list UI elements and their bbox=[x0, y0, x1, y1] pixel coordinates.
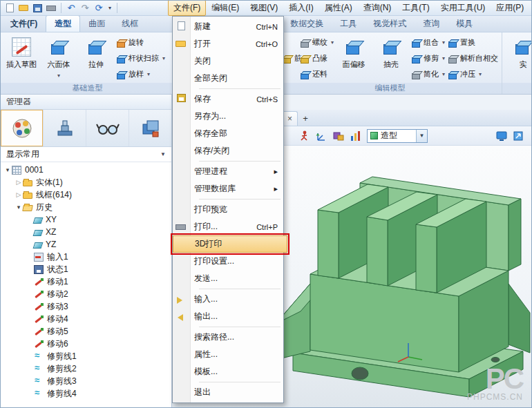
ribbon-small-button[interactable]: 修剪 bbox=[411, 52, 445, 66]
tree-item[interactable]: 输入1 bbox=[1, 251, 171, 263]
file-menu-item[interactable]: 保存全部 bbox=[173, 125, 283, 142]
ribbon-big-button[interactable]: 插入草图 bbox=[3, 34, 40, 83]
tree-item[interactable]: 修剪线3 bbox=[1, 375, 171, 387]
ribbon-tab[interactable]: 曲面 bbox=[80, 16, 113, 32]
file-menu-item[interactable]: 发送... bbox=[173, 270, 283, 287]
file-menu-item[interactable]: 3D打印 bbox=[173, 235, 287, 253]
tree-item[interactable]: XZ bbox=[1, 226, 171, 238]
tree-item[interactable]: XY bbox=[1, 213, 171, 226]
ribbon-small-button[interactable]: 凸缘 bbox=[300, 52, 334, 66]
menu-bar-item[interactable]: 文件(F) bbox=[168, 0, 206, 16]
menu-bar-item[interactable]: 插入(I) bbox=[283, 0, 319, 16]
ribbon-tab[interactable]: 工具 bbox=[332, 16, 365, 32]
ribbon-small-button[interactable]: 解析自相交 bbox=[448, 52, 498, 66]
tree-item[interactable]: 移动1 bbox=[1, 275, 171, 288]
redo-icon[interactable]: ↷ bbox=[79, 3, 91, 14]
ribbon-small-button[interactable]: 冲压 bbox=[448, 68, 498, 81]
ribbon-tab[interactable]: 查询 bbox=[415, 16, 448, 32]
manager-tab-layers[interactable] bbox=[129, 110, 171, 146]
ribbon-tab[interactable]: 数据交换 bbox=[282, 16, 332, 32]
orientation-icon[interactable] bbox=[512, 130, 524, 142]
menu-bar-item[interactable]: 帮助 bbox=[529, 0, 532, 16]
manager-tab-glasses[interactable] bbox=[86, 110, 129, 146]
open-folder-icon[interactable] bbox=[17, 3, 30, 14]
mode-combobox[interactable]: 造型 ▼ bbox=[367, 129, 428, 143]
ribbon-big-button[interactable]: 拉伸 bbox=[77, 34, 115, 83]
tree-item[interactable]: ▷ 实体(1) bbox=[1, 176, 171, 188]
file-menu-item[interactable]: 输出... bbox=[173, 308, 283, 325]
file-menu-item[interactable]: 新建 Ctrl+N bbox=[173, 18, 283, 35]
ribbon-small-button[interactable]: 简化 bbox=[411, 68, 445, 81]
ribbon-small-button[interactable]: 杆状扫掠 bbox=[116, 52, 165, 66]
ribbon-small-button[interactable]: 还料 bbox=[300, 68, 334, 81]
manager-tab-stamp[interactable] bbox=[44, 110, 86, 146]
manager-tab-palette[interactable] bbox=[1, 110, 44, 146]
walk-through-icon[interactable] bbox=[298, 130, 310, 142]
new-tab-icon[interactable]: + bbox=[298, 111, 313, 126]
more-dropdown-icon[interactable]: ▾ bbox=[106, 3, 113, 14]
tree-item[interactable]: 修剪线2 bbox=[1, 362, 171, 375]
refresh-icon[interactable]: ⟳ bbox=[93, 3, 105, 14]
file-menu-item[interactable]: 打开 Ctrl+O bbox=[173, 35, 283, 52]
tree-expander-icon[interactable]: ▷ bbox=[15, 191, 23, 198]
ribbon-big-button[interactable]: 面偏移 bbox=[335, 34, 372, 83]
file-menu-item[interactable]: 退出 bbox=[173, 384, 283, 401]
tree-item[interactable]: 移动2 bbox=[1, 288, 171, 300]
menu-bar-item[interactable]: 查询(N) bbox=[358, 0, 397, 16]
triad-icon[interactable] bbox=[315, 130, 327, 142]
file-menu-item[interactable]: 管理进程 ▸ bbox=[173, 163, 283, 180]
file-menu-item[interactable]: 保存/关闭 bbox=[173, 142, 283, 159]
ribbon-tab[interactable]: 线框 bbox=[113, 16, 146, 32]
ribbon-small-button[interactable]: 放样 bbox=[116, 68, 165, 81]
ribbon-tab[interactable]: 造型 bbox=[46, 16, 80, 32]
file-menu-item[interactable]: 全部关闭 bbox=[173, 70, 283, 87]
file-menu-item[interactable]: 另存为... bbox=[173, 108, 283, 125]
ribbon-small-button[interactable]: 置换 bbox=[448, 36, 498, 50]
menu-bar-item[interactable]: 编辑(E) bbox=[206, 0, 245, 16]
tree-item[interactable]: YZ bbox=[1, 238, 171, 251]
file-menu-item[interactable]: 关闭 bbox=[173, 52, 283, 70]
file-menu-item[interactable]: 打印设置... bbox=[173, 253, 283, 270]
ribbon-small-button[interactable]: 筋 bbox=[282, 52, 297, 66]
ribbon-tab[interactable]: 文件(F) bbox=[2, 16, 46, 32]
file-menu-item[interactable]: 输入... bbox=[173, 291, 283, 308]
menu-bar-item[interactable]: 实用工具(U) bbox=[435, 0, 491, 16]
tree-expander-icon[interactable]: ▾ bbox=[15, 204, 23, 211]
chevron-down-icon[interactable]: ▼ bbox=[416, 130, 427, 142]
file-menu-item[interactable]: 模板... bbox=[173, 363, 283, 380]
menu-bar-item[interactable]: 属性(A) bbox=[319, 0, 358, 16]
display-filter-dropdown[interactable]: 显示常用 ▼ bbox=[1, 147, 171, 162]
file-menu-item[interactable]: 搜索路径... bbox=[173, 329, 283, 346]
save-icon[interactable] bbox=[31, 3, 44, 14]
ribbon-small-button[interactable]: 旋转 bbox=[116, 36, 165, 50]
menu-bar-item[interactable]: 应用(P) bbox=[491, 0, 529, 16]
tree-item[interactable]: 修剪线4 bbox=[1, 387, 171, 400]
file-menu-item[interactable]: 保存 Ctrl+S bbox=[173, 90, 283, 108]
ribbon-small-button[interactable]: 组合 bbox=[411, 36, 445, 50]
tree-item[interactable]: ▷ 线框(614) bbox=[1, 188, 171, 201]
new-document-icon[interactable] bbox=[3, 3, 16, 14]
ribbon-small-button[interactable]: 螺纹 bbox=[300, 36, 334, 50]
tree-expander-icon[interactable]: ▾ bbox=[3, 166, 12, 173]
ribbon-big-button[interactable]: 抽壳 bbox=[372, 34, 410, 83]
tree-item[interactable]: 移动5 bbox=[1, 325, 171, 338]
file-menu-item[interactable]: 打印预览 bbox=[173, 201, 283, 218]
file-menu-item[interactable]: 属性... bbox=[173, 346, 283, 363]
tree-item[interactable]: 修剪线1 bbox=[1, 350, 171, 362]
display-mode-icon[interactable] bbox=[495, 130, 508, 142]
ribbon-tab[interactable]: 模具 bbox=[448, 16, 481, 32]
tree-item[interactable]: 移动3 bbox=[1, 300, 171, 313]
print-icon[interactable] bbox=[45, 3, 57, 14]
ribbon-big-button[interactable]: 六面体 bbox=[40, 34, 77, 83]
ribbon-big-button-partial[interactable]: 实 bbox=[504, 34, 531, 83]
ribbon-tab[interactable]: 视觉样式 bbox=[365, 16, 415, 32]
file-menu-item[interactable]: 打印... Ctrl+P bbox=[173, 218, 283, 235]
menu-bar-item[interactable]: 视图(V) bbox=[245, 0, 283, 16]
tree-item[interactable]: 移动4 bbox=[1, 313, 171, 325]
statistics-icon[interactable] bbox=[350, 130, 362, 142]
tree-expander-icon[interactable]: ▷ bbox=[15, 179, 23, 186]
file-menu-item[interactable]: 管理数据库 ▸ bbox=[173, 180, 283, 197]
close-tab-icon[interactable]: × bbox=[287, 115, 292, 123]
undo-icon[interactable]: ↶ bbox=[65, 3, 77, 14]
render-mode-icon[interactable] bbox=[332, 130, 345, 142]
